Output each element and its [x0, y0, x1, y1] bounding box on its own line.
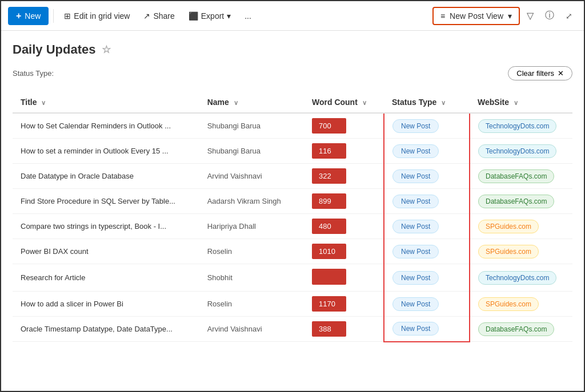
- cell-website: SPGuides.com: [470, 292, 572, 317]
- cell-website: TechnologyDots.com: [470, 113, 572, 139]
- table-row: How to Set Calendar Reminders in Outlook…: [13, 113, 572, 139]
- filter-button[interactable]: ▽: [522, 7, 538, 25]
- chevron-down-icon: ▾: [508, 11, 512, 21]
- cell-title[interactable]: Power BI DAX count: [13, 239, 199, 264]
- status-badge: New Post: [392, 169, 439, 183]
- page-title: Daily Updates: [13, 42, 96, 57]
- status-badge: New Post: [392, 322, 439, 336]
- col-header-statustype[interactable]: Status Type ∨: [384, 92, 470, 113]
- info-button[interactable]: ⓘ: [540, 6, 559, 25]
- cell-statustype: New Post: [384, 264, 470, 292]
- close-icon: ✕: [558, 69, 564, 78]
- sort-icon-name: ∨: [234, 99, 238, 106]
- cell-title[interactable]: How to add a slicer in Power Bi: [13, 292, 199, 317]
- cell-wordcount: 116: [304, 139, 384, 164]
- new-button[interactable]: + New: [8, 7, 49, 25]
- col-header-name[interactable]: Name ∨: [199, 92, 304, 113]
- view-lines-icon: ≡: [440, 11, 445, 21]
- cell-wordcount: 322: [304, 164, 384, 189]
- col-header-website[interactable]: WebSite ∨: [470, 92, 572, 113]
- status-badge: New Post: [392, 195, 439, 208]
- cell-title[interactable]: Research for Article: [13, 264, 199, 292]
- data-table: Title ∨ Name ∨ Word Count ∨ Status Type …: [13, 92, 572, 342]
- toolbar: + New ⊞ Edit in grid view ↗ Share ⬛ Expo…: [1, 1, 584, 31]
- website-badge: DatabaseFAQs.com: [478, 322, 554, 336]
- table-row: How to set a reminder in Outlook Every 1…: [13, 139, 572, 164]
- sort-icon-website: ∨: [514, 99, 518, 106]
- page-content: Daily Updates ☆ Status Type: Clear filte…: [1, 31, 584, 342]
- view-label: New Post View: [450, 11, 503, 21]
- cell-wordcount: 480: [304, 214, 384, 239]
- sort-icon-wordcount: ∨: [362, 99, 367, 106]
- expand-button[interactable]: ⤢: [561, 7, 577, 25]
- status-badge: New Post: [392, 297, 439, 311]
- cell-website: DatabaseFAQs.com: [470, 189, 572, 214]
- cell-statustype: New Post: [384, 164, 470, 189]
- cell-title[interactable]: Date Datatype in Oracle Database: [13, 164, 199, 189]
- cell-wordcount: 899: [304, 189, 384, 214]
- status-badge: New Post: [392, 144, 439, 158]
- favorite-icon[interactable]: ☆: [102, 43, 111, 56]
- clear-filters-button[interactable]: Clear filters ✕: [508, 66, 572, 80]
- export-button[interactable]: ⬛ Export ▾: [183, 8, 237, 24]
- cell-statustype: New Post: [384, 239, 470, 264]
- wordcount-badge: 700: [312, 118, 346, 134]
- share-icon: ↗: [143, 11, 150, 21]
- view-selector-button[interactable]: ≡ New Post View ▾: [432, 7, 520, 25]
- wordcount-badge: [312, 269, 346, 285]
- cell-title[interactable]: How to set a reminder in Outlook Every 1…: [13, 139, 199, 164]
- cell-name: Shobhit: [199, 264, 304, 292]
- website-badge: TechnologyDots.com: [478, 119, 556, 133]
- page-header: Daily Updates ☆: [13, 42, 572, 57]
- cell-title[interactable]: How to Set Calendar Reminders in Outlook…: [13, 113, 199, 139]
- table-row: How to add a slicer in Power BiRoselin11…: [13, 292, 572, 317]
- table-row: Find Store Procedure in SQL Server by Ta…: [13, 189, 572, 214]
- wordcount-badge: 1010: [312, 244, 346, 259]
- cell-name: Shubangi Barua: [199, 139, 304, 164]
- website-badge: TechnologyDots.com: [478, 271, 556, 285]
- cell-wordcount: [304, 264, 384, 292]
- cell-name: Roselin: [199, 292, 304, 317]
- edit-grid-button[interactable]: ⊞ Edit in grid view: [58, 8, 135, 24]
- sort-icon-statustype: ∨: [441, 99, 446, 106]
- website-badge: SPGuides.com: [478, 245, 539, 258]
- table-row: Oracle Timestamp Datatype, Date DataType…: [13, 317, 572, 342]
- cell-wordcount: 1170: [304, 292, 384, 317]
- col-header-wordcount[interactable]: Word Count ∨: [304, 92, 384, 113]
- col-header-title[interactable]: Title ∨: [13, 92, 199, 113]
- table-row: Research for ArticleShobhitNew PostTechn…: [13, 264, 572, 292]
- table-row: Date Datatype in Oracle DatabaseArvind V…: [13, 164, 572, 189]
- table-row: Compare two strings in typescript, Book …: [13, 214, 572, 239]
- website-badge: SPGuides.com: [478, 220, 539, 233]
- cell-title[interactable]: Find Store Procedure in SQL Server by Ta…: [13, 189, 199, 214]
- wordcount-badge: 322: [312, 168, 346, 184]
- cell-title[interactable]: Compare two strings in typescript, Book …: [13, 214, 199, 239]
- website-badge: TechnologyDots.com: [478, 144, 556, 158]
- chevron-down-icon: ▾: [227, 11, 231, 21]
- status-badge: New Post: [392, 271, 439, 285]
- website-badge: DatabaseFAQs.com: [478, 195, 554, 208]
- table-body: How to Set Calendar Reminders in Outlook…: [13, 113, 572, 342]
- share-button[interactable]: ↗ Share: [138, 8, 180, 24]
- new-label: New: [25, 11, 41, 21]
- table-row: Power BI DAX countRoselin1010New PostSPG…: [13, 239, 572, 264]
- website-badge: SPGuides.com: [478, 297, 539, 311]
- info-icon: ⓘ: [545, 10, 554, 20]
- cell-name: Roselin: [199, 239, 304, 264]
- cell-name: Haripriya Dhall: [199, 214, 304, 239]
- cell-website: DatabaseFAQs.com: [470, 317, 572, 342]
- plus-icon: +: [16, 11, 21, 21]
- expand-icon: ⤢: [566, 11, 572, 21]
- status-badge: New Post: [392, 220, 439, 233]
- cell-name: Shubangi Barua: [199, 113, 304, 139]
- cell-website: DatabaseFAQs.com: [470, 164, 572, 189]
- cell-title[interactable]: Oracle Timestamp Datatype, Date DataType…: [13, 317, 199, 342]
- wordcount-badge: 1170: [312, 296, 346, 312]
- filter-bar: Status Type: Clear filters ✕: [13, 66, 572, 85]
- cell-name: Arvind Vaishnavi: [199, 317, 304, 342]
- separator: [53, 9, 54, 23]
- filter-label: Status Type:: [13, 69, 54, 78]
- cell-name: Aadarsh Vikram Singh: [199, 189, 304, 214]
- excel-icon: ⬛: [189, 11, 198, 21]
- more-button[interactable]: ...: [239, 8, 257, 24]
